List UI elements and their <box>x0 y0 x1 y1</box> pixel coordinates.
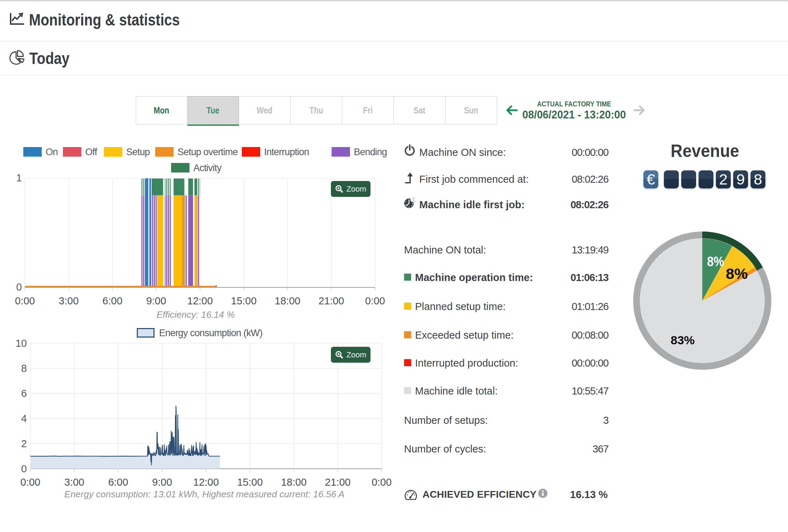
svg-text:0: 0 <box>21 463 27 474</box>
svg-text:9:00: 9:00 <box>152 477 172 488</box>
svg-text:21:00: 21:00 <box>325 477 351 488</box>
svg-text:0:00: 0:00 <box>372 477 391 488</box>
svg-text:4: 4 <box>21 413 27 424</box>
svg-text:10: 10 <box>16 338 27 349</box>
svg-text:3:00: 3:00 <box>64 477 84 488</box>
svg-text:1: 1 <box>16 172 22 183</box>
svg-text:18:00: 18:00 <box>281 477 307 488</box>
svg-text:6: 6 <box>21 388 27 399</box>
svg-text:6:00: 6:00 <box>103 295 122 306</box>
svg-text:z: z <box>415 199 416 203</box>
svg-text:15:00: 15:00 <box>231 295 257 306</box>
svg-text:0: 0 <box>16 281 22 293</box>
svg-text:15:00: 15:00 <box>237 477 263 488</box>
svg-text:0:00: 0:00 <box>15 295 35 306</box>
svg-text:8: 8 <box>21 363 27 374</box>
svg-text:Z: Z <box>412 200 415 205</box>
svg-text:21:00: 21:00 <box>319 295 344 306</box>
svg-text:2: 2 <box>21 438 27 449</box>
svg-text:0:00: 0:00 <box>21 477 40 488</box>
svg-text:12:00: 12:00 <box>193 477 219 488</box>
svg-text:6:00: 6:00 <box>108 477 128 488</box>
svg-text:0:00: 0:00 <box>365 295 385 306</box>
svg-text:12:00: 12:00 <box>187 295 213 306</box>
svg-text:3:00: 3:00 <box>59 295 78 306</box>
svg-text:18:00: 18:00 <box>275 295 300 306</box>
svg-text:9:00: 9:00 <box>146 295 166 306</box>
